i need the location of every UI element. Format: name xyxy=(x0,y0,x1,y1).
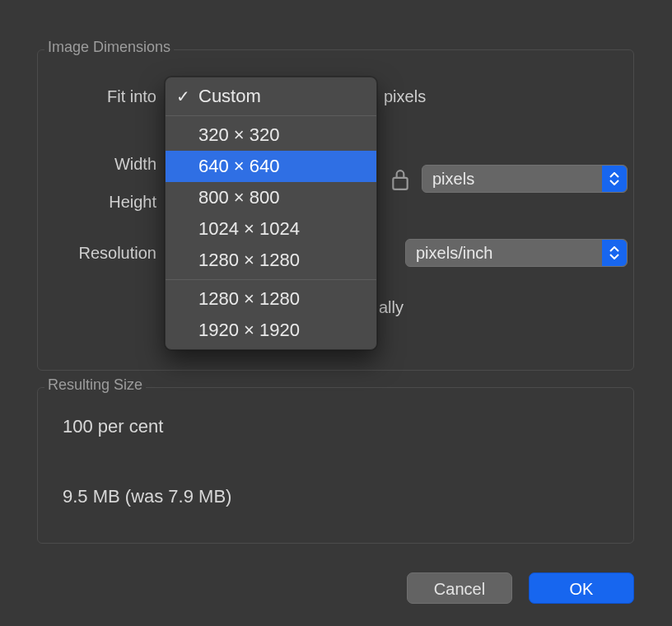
fit-into-label: Fit into xyxy=(49,87,156,106)
wh-unit-popup[interactable]: pixels xyxy=(422,165,628,193)
menu-separator xyxy=(166,279,376,280)
resolution-unit-popup[interactable]: pixels/inch xyxy=(405,239,628,267)
height-label: Height xyxy=(49,193,156,212)
fit-into-option-320[interactable]: 320 × 320 xyxy=(166,119,376,151)
wh-unit-value: pixels xyxy=(432,170,474,188)
fit-into-unit-label: pixels xyxy=(384,87,450,106)
resolution-unit-value: pixels/inch xyxy=(416,244,492,262)
menu-separator xyxy=(166,115,376,116)
menu-item-label: 1280 × 1280 xyxy=(198,288,300,309)
fit-into-option-custom[interactable]: ✓ Custom xyxy=(166,81,376,112)
cancel-button[interactable]: Cancel xyxy=(407,572,512,604)
image-dimensions-title: Image Dimensions xyxy=(44,39,174,56)
menu-item-label: 1280 × 1280 xyxy=(198,250,300,270)
fit-into-option-1920[interactable]: 1920 × 1920 xyxy=(166,315,376,346)
menu-item-label: 640 × 640 xyxy=(198,156,279,176)
resolution-label: Resolution xyxy=(49,244,156,263)
menu-item-label: 1024 × 1024 xyxy=(198,218,300,239)
menu-item-label: 320 × 320 xyxy=(198,124,279,145)
menu-item-label: 800 × 800 xyxy=(198,187,279,208)
updown-stepper-icon xyxy=(602,240,627,266)
fit-into-option-1280b[interactable]: 1280 × 1280 xyxy=(166,283,376,315)
resulting-size-group: Resulting Size xyxy=(37,387,634,544)
updown-stepper-icon xyxy=(602,166,627,192)
resulting-size-title: Resulting Size xyxy=(44,376,146,394)
lock-icon[interactable] xyxy=(390,166,411,193)
check-icon: ✓ xyxy=(174,81,192,112)
fit-into-option-1024[interactable]: 1024 × 1024 xyxy=(166,213,376,245)
result-percent: 100 per cent xyxy=(63,416,163,437)
width-label: Width xyxy=(49,155,156,174)
menu-item-label: Custom xyxy=(198,86,261,106)
scale-proportionally-partial: ally xyxy=(379,298,404,317)
ok-button[interactable]: OK xyxy=(529,572,634,604)
fit-into-option-640[interactable]: 640 × 640 xyxy=(166,151,376,182)
result-filesize: 9.5 MB (was 7.9 MB) xyxy=(63,486,231,507)
fit-into-option-1280[interactable]: 1280 × 1280 xyxy=(166,245,376,276)
fit-into-menu[interactable]: ✓ Custom 320 × 320 640 × 640 800 × 800 1… xyxy=(165,77,377,350)
menu-item-label: 1920 × 1920 xyxy=(198,320,300,340)
svg-rect-0 xyxy=(393,178,407,189)
fit-into-option-800[interactable]: 800 × 800 xyxy=(166,182,376,213)
